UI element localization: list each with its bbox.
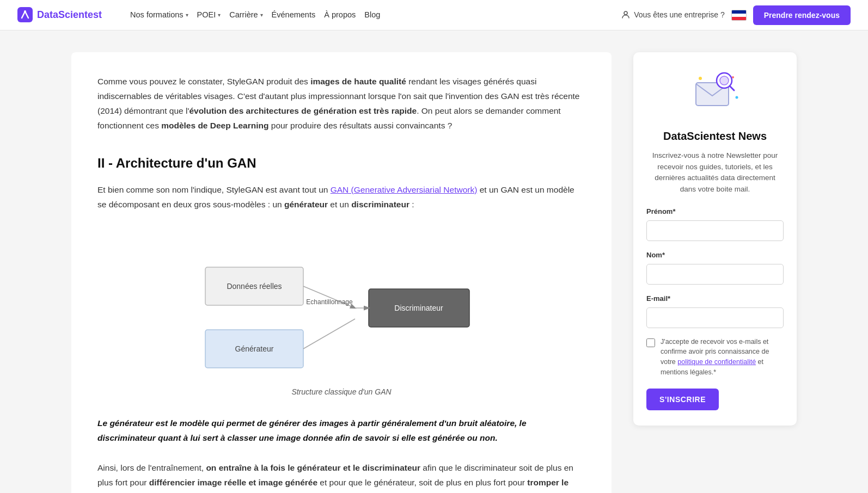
logo[interactable]: DataScientest (17, 7, 102, 23)
svg-line-7 (303, 319, 355, 349)
section-heading: II - Architecture d'un GAN (97, 153, 585, 174)
svg-point-14 (732, 76, 734, 78)
chevron-down-icon: ▾ (218, 11, 221, 20)
nom-input[interactable] (646, 264, 784, 285)
newsletter-card: DataScientest News Inscrivez-vous à notr… (633, 52, 797, 426)
intro-paragraph: Comme vous pouvez le constater, StyleGAN… (97, 74, 585, 133)
nav-apropos[interactable]: À propos (322, 5, 358, 24)
prenom-group: Prénom* (646, 206, 784, 241)
gan-diagram-svg: Données réelles Générateur Discriminateu… (189, 229, 494, 381)
prenom-input[interactable] (646, 220, 784, 241)
gan-diagram: Données réelles Générateur Discriminateu… (97, 229, 585, 398)
svg-point-15 (736, 96, 738, 99)
chevron-down-icon: ▾ (186, 11, 188, 20)
newsletter-illustration (646, 67, 784, 121)
email-input[interactable] (646, 307, 784, 328)
diagram-caption: Structure classique d'un GAN (291, 386, 391, 398)
nav-right: Vous êtes une entreprise ? Prendre rende… (621, 5, 851, 25)
article-content: Comme vous pouvez le constater, StyleGAN… (71, 52, 612, 493)
enterprise-icon (621, 10, 631, 20)
prenom-label: Prénom* (646, 206, 784, 218)
enterprise-link[interactable]: Vous êtes une entreprise ? (621, 9, 725, 21)
language-flag[interactable] (731, 10, 747, 21)
nav-poei[interactable]: POEI ▾ (195, 5, 223, 24)
navbar: DataScientest Nos formations ▾ POEI ▾ Ca… (0, 0, 868, 30)
chevron-down-icon: ▾ (260, 11, 263, 20)
generateur-label: Générateur (235, 344, 274, 353)
section-paragraph: Et bien comme son nom l'indique, StyleGA… (97, 182, 585, 212)
svg-point-13 (699, 77, 702, 80)
rdv-button[interactable]: Prendre rendez-vous (753, 5, 851, 25)
nav-evenements[interactable]: Événements (270, 5, 318, 24)
sidebar: DataScientest News Inscrivez-vous à notr… (633, 52, 797, 493)
gan-link[interactable]: GAN (Generative Adversiarial Network) (331, 185, 478, 194)
svg-point-1 (24, 10, 26, 13)
subscribe-button[interactable]: S'INSCRIRE (646, 389, 719, 410)
nav-blog[interactable]: Blog (362, 5, 382, 24)
nav-formations[interactable]: Nos formations ▾ (128, 5, 191, 24)
svg-point-2 (624, 11, 627, 15)
nom-group: Nom* (646, 250, 784, 285)
svg-point-11 (720, 76, 729, 85)
page-wrapper: Comme vous pouvez le constater, StyleGAN… (58, 30, 810, 493)
consent-label: J'accepte de recevoir vos e-mails et con… (661, 337, 784, 378)
echantillonnage-label: Echantillonnage (306, 298, 353, 306)
logo-icon (17, 7, 33, 22)
donnees-reelles-label: Données réelles (227, 282, 282, 291)
email-group: E-mail* (646, 293, 784, 328)
nav-links: Nos formations ▾ POEI ▾ Carrière ▾ Événe… (128, 5, 603, 24)
newsletter-icon (690, 67, 739, 116)
discriminateur-label: Discriminateur (394, 304, 443, 312)
nav-carriere[interactable]: Carrière ▾ (227, 5, 265, 24)
svg-line-12 (730, 86, 734, 90)
sidebar-title: DataScientest News (646, 127, 784, 145)
email-label: E-mail* (646, 293, 784, 305)
main-paragraph: Ainsi, lors de l'entraînement, on entraî… (97, 460, 585, 493)
privacy-link[interactable]: politique de confidentialité (677, 358, 756, 366)
svg-rect-0 (17, 7, 33, 22)
nom-label: Nom* (646, 250, 784, 261)
sidebar-description: Inscrivez-vous à notre Newsletter pour r… (646, 150, 784, 196)
consent-checkbox[interactable] (646, 338, 655, 347)
quote-block: Le générateur est le modèle qui permet d… (97, 416, 585, 445)
consent-row: J'accepte de recevoir vos e-mails et con… (646, 337, 784, 378)
